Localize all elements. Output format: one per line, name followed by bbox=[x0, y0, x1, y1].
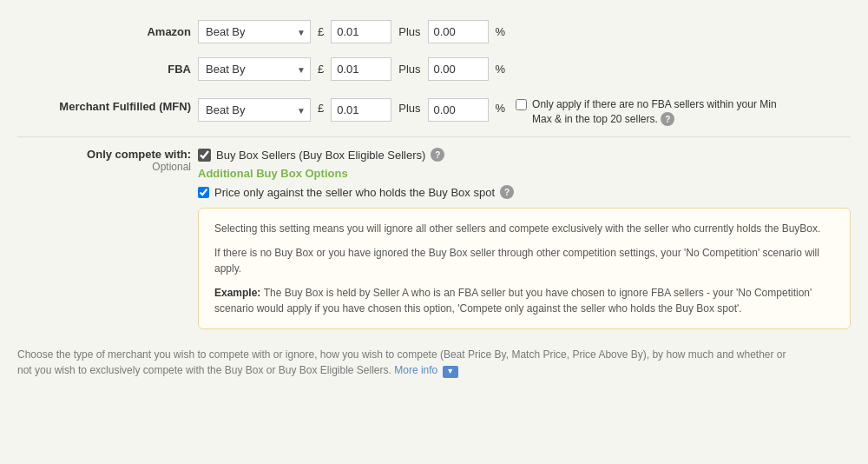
mfn-percent-input[interactable] bbox=[428, 98, 489, 122]
only-compete-main-label: Only compete with: bbox=[17, 148, 191, 161]
mfn-extra-text: Only apply if there are no FBA sellers w… bbox=[532, 98, 776, 110]
competition-settings-form: Amazon Beat By Match Price Price Above B… bbox=[17, 13, 851, 378]
mfn-select-wrap: Beat By Match Price Price Above By ▼ bbox=[198, 98, 311, 122]
only-compete-content: Buy Box Sellers (Buy Box Eligible Seller… bbox=[198, 148, 851, 329]
price-only-label: Price only against the seller who holds … bbox=[214, 186, 495, 199]
info-para-3-bold: Example: bbox=[214, 287, 264, 299]
more-info-link[interactable]: More info bbox=[394, 364, 437, 376]
mfn-pct: % bbox=[496, 102, 506, 115]
fba-label: FBA bbox=[17, 63, 191, 76]
mfn-label: Merchant Fulfilled (MFN) bbox=[17, 96, 191, 113]
fba-currency: £ bbox=[318, 63, 324, 76]
info-box: Selecting this setting means you will ig… bbox=[198, 208, 851, 329]
buy-box-sellers-help-icon[interactable]: ? bbox=[431, 148, 444, 162]
amazon-pct: % bbox=[496, 25, 506, 38]
amazon-row: Amazon Beat By Match Price Price Above B… bbox=[17, 13, 851, 50]
buy-box-sellers-checkbox[interactable] bbox=[198, 149, 211, 162]
amazon-amount-input[interactable] bbox=[331, 20, 391, 43]
divider bbox=[17, 136, 851, 137]
only-compete-sub-label: Optional bbox=[17, 161, 191, 173]
fba-percent-input[interactable] bbox=[428, 57, 489, 81]
more-info-expand-icon[interactable]: ▼ bbox=[443, 366, 458, 378]
fba-plus: Plus bbox=[398, 63, 420, 76]
fba-select-wrap: Beat By Match Price Price Above By ▼ bbox=[198, 57, 311, 81]
price-only-help-icon[interactable]: ? bbox=[500, 185, 514, 199]
only-compete-section: Only compete with: Optional Buy Box Sell… bbox=[17, 141, 851, 336]
bottom-note: Choose the type of merchant you wish to … bbox=[17, 347, 799, 378]
mfn-amount-input[interactable] bbox=[331, 98, 391, 122]
amazon-currency: £ bbox=[318, 25, 324, 38]
price-only-checkbox[interactable] bbox=[198, 187, 209, 198]
mfn-sub-text: Max & in the top 20 sellers. ? bbox=[532, 112, 776, 126]
buy-box-sellers-row: Buy Box Sellers (Buy Box Eligible Seller… bbox=[198, 148, 851, 162]
mfn-row: Merchant Fulfilled (MFN) Beat By Match P… bbox=[17, 88, 851, 133]
info-para-3: Example: The Buy Box is held by Seller A… bbox=[214, 285, 834, 316]
mfn-currency: £ bbox=[318, 102, 324, 115]
amazon-plus: Plus bbox=[398, 25, 420, 38]
mfn-only-fba-checkbox[interactable] bbox=[516, 99, 527, 110]
info-para-3-rest: The Buy Box is held by Seller A who is a… bbox=[214, 287, 812, 315]
buy-box-sellers-label: Buy Box Sellers (Buy Box Eligible Seller… bbox=[216, 149, 425, 162]
fba-beat-select[interactable]: Beat By Match Price Price Above By bbox=[198, 57, 311, 81]
info-para-1: Selecting this setting means you will ig… bbox=[214, 221, 834, 236]
amazon-label: Amazon bbox=[17, 25, 191, 38]
fba-amount-input[interactable] bbox=[331, 57, 391, 81]
mfn-help-icon[interactable]: ? bbox=[661, 112, 674, 126]
amazon-percent-input[interactable] bbox=[428, 20, 489, 43]
mfn-extra-info: Only apply if there are no FBA sellers w… bbox=[516, 98, 776, 126]
mfn-plus: Plus bbox=[398, 102, 420, 115]
fba-pct: % bbox=[496, 63, 506, 76]
info-para-2: If there is no Buy Box or you have ignor… bbox=[214, 245, 834, 276]
additional-options-link[interactable]: Additional Buy Box Options bbox=[198, 167, 851, 180]
amazon-select-wrap: Beat By Match Price Price Above By ▼ bbox=[198, 20, 311, 43]
mfn-extra-row: Only apply if there are no FBA sellers w… bbox=[516, 98, 776, 110]
mfn-beat-select[interactable]: Beat By Match Price Price Above By bbox=[198, 98, 311, 122]
price-only-row: Price only against the seller who holds … bbox=[198, 185, 851, 199]
amazon-beat-select[interactable]: Beat By Match Price Price Above By bbox=[198, 20, 311, 43]
fba-row: FBA Beat By Match Price Price Above By ▼… bbox=[17, 50, 851, 88]
only-compete-label-wrap: Only compete with: Optional bbox=[17, 148, 191, 173]
